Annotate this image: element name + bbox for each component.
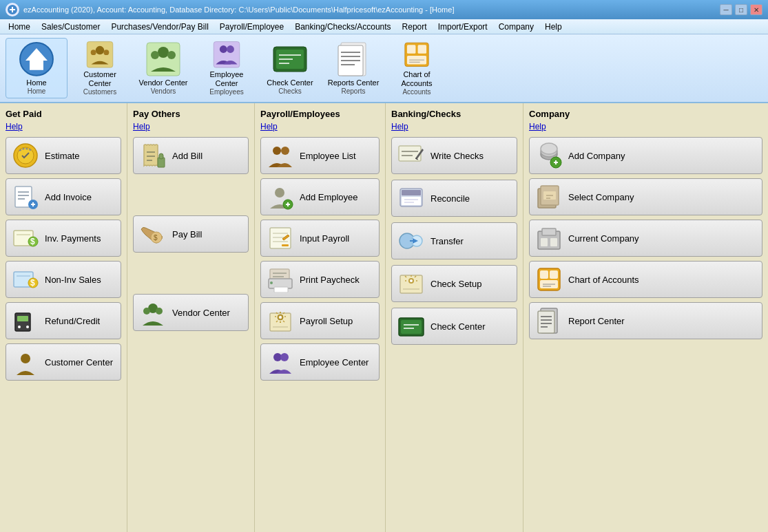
svg-rect-134 — [550, 238, 557, 246]
svg-point-95 — [280, 353, 289, 361]
svg-point-52 — [18, 326, 21, 328]
check-center-btn-section[interactable]: Check Center — [391, 308, 517, 345]
toolbar-reports-center[interactable]: Reports Center Reports — [322, 38, 384, 98]
get-paid-help[interactable]: Help — [6, 122, 121, 131]
payroll-title: Payroll/Employees — [260, 109, 380, 119]
non-inv-sales-button[interactable]: $ Non-Inv Sales — [6, 261, 121, 298]
banking-help[interactable]: Help — [391, 122, 517, 131]
svg-point-65 — [273, 147, 281, 155]
svg-rect-133 — [541, 238, 548, 246]
payroll-help[interactable]: Help — [260, 122, 380, 131]
estimate-icon — [12, 142, 39, 169]
estimate-button[interactable]: Estimate — [6, 137, 121, 174]
menu-home[interactable]: Home — [3, 21, 36, 33]
svg-rect-28 — [407, 45, 416, 54]
svg-rect-142 — [538, 311, 554, 333]
toolbar: Home Home Customer Center Customers Vend… — [0, 34, 768, 103]
svg-rect-117 — [401, 320, 422, 334]
customer-center-icon — [82, 41, 118, 69]
transfer-button[interactable]: Transfer — [391, 222, 517, 259]
company-section: Company Help Add Company — [523, 103, 768, 532]
menu-import[interactable]: Import/Export — [433, 21, 493, 33]
menu-payroll[interactable]: Payroll/Employee — [214, 21, 289, 33]
svg-rect-29 — [418, 45, 427, 54]
svg-rect-96 — [399, 146, 421, 161]
banking-title: Banking/Checks — [391, 109, 517, 119]
minimize-button[interactable]: ─ — [720, 4, 732, 15]
title-text: ezAccounting (2020), Account: Accounting… — [23, 6, 454, 14]
customer-center-section-button[interactable]: Customer Center — [6, 343, 121, 381]
payroll-section: Payroll/Employees Help Employee List — [255, 103, 386, 532]
reconcile-button[interactable]: Reconcile — [391, 180, 517, 217]
svg-rect-102 — [402, 197, 421, 205]
menu-banking[interactable]: Banking/Checks/Accounts — [289, 21, 396, 33]
svg-rect-101 — [402, 190, 421, 195]
toolbar-home[interactable]: Home Home — [6, 38, 68, 98]
svg-rect-51 — [17, 316, 28, 321]
svg-rect-81 — [274, 287, 288, 292]
vendor-center-button[interactable]: Vendor Center — [133, 294, 249, 331]
check-setup-button[interactable]: Check Setup — [391, 265, 517, 302]
add-invoice-icon — [12, 183, 39, 211]
pay-bill-icon: $ — [139, 220, 167, 248]
input-payroll-button[interactable]: Input Payroll — [260, 220, 380, 257]
check-center-icon — [272, 41, 308, 77]
toolbar-employee-center[interactable]: Employee Center Employees — [196, 38, 258, 98]
report-center-button[interactable]: Report Center — [529, 302, 762, 339]
svg-point-66 — [281, 147, 289, 155]
menu-help[interactable]: Help — [539, 21, 568, 33]
select-company-button[interactable]: Select Company — [529, 178, 762, 215]
pay-others-help[interactable]: Help — [133, 122, 249, 131]
add-employee-button[interactable]: Add Employee — [260, 178, 380, 215]
pay-bill-button[interactable]: $ Pay Bill — [133, 215, 249, 253]
check-setup-icon — [397, 270, 425, 297]
add-invoice-button[interactable]: Add Invoice — [6, 178, 121, 215]
window-controls[interactable]: ─ □ ✕ — [720, 4, 762, 15]
add-company-button[interactable]: Add Company — [529, 137, 762, 174]
svg-point-54 — [21, 354, 30, 363]
restore-button[interactable]: □ — [735, 4, 747, 15]
menu-report[interactable]: Report — [397, 21, 433, 33]
toolbar-customer-center[interactable]: Customer Center Customers — [69, 38, 131, 98]
chart-of-accounts-section-button[interactable]: Chart of Accounts — [529, 261, 762, 298]
svg-point-84 — [279, 316, 282, 319]
payroll-setup-button[interactable]: Payroll Setup — [260, 302, 380, 339]
employee-center-button[interactable]: Employee Center — [260, 343, 380, 381]
svg-rect-107 — [400, 275, 422, 293]
add-bill-button[interactable]: Add Bill — [133, 137, 249, 174]
svg-point-12 — [167, 51, 176, 59]
home-icon — [19, 41, 54, 77]
get-paid-title: Get Paid — [6, 109, 121, 119]
chart-of-accounts-icon — [399, 41, 435, 69]
menu-company[interactable]: Company — [493, 21, 539, 33]
add-company-icon — [535, 142, 563, 169]
inv-payments-button[interactable]: $ Inv. Payments — [6, 220, 121, 257]
company-help[interactable]: Help — [529, 122, 762, 131]
get-paid-section: Get Paid Help Estimate — [0, 103, 127, 532]
refund-credit-button[interactable]: Refund/Credit — [6, 302, 121, 339]
svg-rect-75 — [282, 244, 289, 246]
vendor-center-icon — [145, 41, 181, 77]
toolbar-chart-of-accounts[interactable]: Chart of Accounts Accounts — [386, 38, 448, 98]
employee-list-button[interactable]: Employee List — [260, 137, 380, 174]
menu-purchases[interactable]: Purchases/Vendor/Pay Bill — [105, 21, 214, 33]
toolbar-check-center[interactable]: Check Center Checks — [259, 38, 321, 98]
transfer-icon — [397, 227, 425, 255]
employee-center-icon — [209, 41, 245, 69]
toolbar-vendor-center[interactable]: Vendor Center Vendors — [132, 38, 194, 98]
svg-point-15 — [227, 45, 234, 53]
menu-sales[interactable]: Sales/Customer — [36, 21, 105, 33]
write-checks-button[interactable]: Write Checks — [391, 137, 517, 174]
select-company-icon — [535, 183, 563, 211]
reconcile-icon — [397, 184, 425, 212]
close-button[interactable]: ✕ — [750, 4, 762, 15]
payroll-setup-icon — [267, 307, 294, 334]
current-company-button[interactable]: Current Company — [529, 220, 762, 257]
svg-text:$: $ — [154, 234, 158, 242]
banking-section: Banking/Checks Help Write Checks — [386, 103, 523, 532]
svg-point-63 — [143, 308, 150, 315]
company-title: Company — [529, 109, 762, 119]
svg-point-10 — [158, 47, 169, 58]
print-paycheck-button[interactable]: Print Paycheck — [260, 261, 380, 298]
vendor-center-icon-btn — [139, 299, 167, 326]
